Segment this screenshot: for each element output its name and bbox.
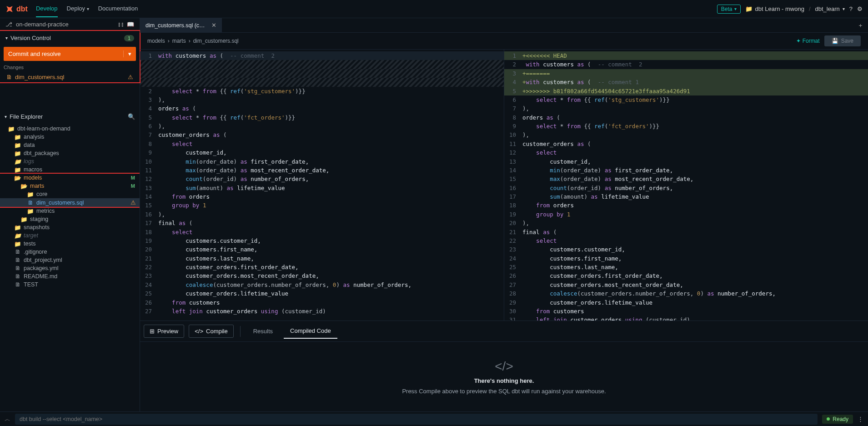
commit-and-resolve-button[interactable]: Commit and resolve ▾ bbox=[4, 47, 136, 61]
search-icon[interactable]: 🔍 bbox=[128, 113, 135, 120]
nav-deploy[interactable]: Deploy ▾ bbox=[67, 0, 89, 17]
empty-subtitle: Press Compile above to preview the SQL d… bbox=[402, 388, 606, 395]
folder-open-icon: 📂 bbox=[21, 183, 27, 189]
changes-label: Changes bbox=[0, 63, 140, 72]
file-readme-md[interactable]: 🗎README.md bbox=[0, 272, 140, 281]
crumb-models[interactable]: models bbox=[147, 38, 165, 44]
status-modified: M bbox=[131, 175, 135, 180]
folder-marts[interactable]: 📂martsM bbox=[0, 182, 140, 190]
beta-badge[interactable]: Beta▾ bbox=[717, 5, 741, 14]
tab-label: dim_customers.sql (confli... bbox=[146, 22, 208, 29]
chevron-down-icon: ▾ bbox=[5, 35, 8, 40]
new-tab-button[interactable]: ＋ bbox=[853, 18, 868, 32]
folder-root[interactable]: 📁dbt-learn-on-demand bbox=[0, 125, 140, 133]
chevron-down-icon: ▾ bbox=[5, 114, 7, 119]
folder-icon: 📁 bbox=[27, 191, 34, 197]
code-pane-left[interactable]: 1with customers as ( -- comment 2 2 sele… bbox=[140, 50, 504, 321]
folder-core[interactable]: 📁core bbox=[0, 190, 140, 198]
folder-icon: 📁 bbox=[15, 150, 21, 156]
tab-compiled-code[interactable]: Compiled Code bbox=[284, 324, 337, 339]
breadcrumb-row: models › marts › dim_customers.sql ✦Form… bbox=[140, 33, 868, 50]
folder-icon: 📁 bbox=[15, 224, 21, 231]
crumb-file[interactable]: dim_customers.sql bbox=[193, 38, 239, 44]
workspace-label[interactable]: 📁 dbt Learn - mwong bbox=[745, 5, 804, 12]
code-icon: </> bbox=[195, 328, 203, 335]
folder-snapshots[interactable]: 📁snapshots bbox=[0, 223, 140, 231]
save-button[interactable]: 💾Save bbox=[824, 35, 861, 46]
file-test[interactable]: 🗎TEST bbox=[0, 281, 140, 289]
results-empty-state: </> There's nothing here. Press Compile … bbox=[140, 342, 868, 411]
changed-file-item[interactable]: 🗎 dim_customers.sql ⚠ bbox=[0, 72, 140, 82]
help-icon[interactable]: ? bbox=[849, 5, 853, 12]
folder-logs[interactable]: 📁logs bbox=[0, 157, 140, 165]
file-gitignore[interactable]: 🗎.gitignore bbox=[0, 248, 140, 256]
nav-documentation[interactable]: Documentation bbox=[98, 0, 138, 17]
folder-dbt-packages[interactable]: 📁dbt_packages bbox=[0, 149, 140, 157]
command-bar: ︿ Ready ⋮ bbox=[0, 411, 868, 426]
sidebar: ⎇ on-demand-practice ⫿⫿ 📖 ▾ Version Cont… bbox=[0, 18, 140, 411]
folder-icon: 📁 bbox=[15, 158, 21, 165]
settings-icon[interactable]: ⚙ bbox=[857, 5, 863, 12]
folder-target[interactable]: 📁target bbox=[0, 231, 140, 240]
folder-models[interactable]: 📂modelsM bbox=[0, 174, 140, 182]
folder-icon: 📁 bbox=[8, 125, 15, 132]
brand-label: dbt bbox=[16, 5, 28, 13]
brand-logo[interactable]: dbt bbox=[5, 5, 28, 13]
folder-icon: 📁 bbox=[15, 241, 21, 247]
folder-analysis[interactable]: 📁analysis bbox=[0, 133, 140, 141]
folder-metrics[interactable]: 📁metrics bbox=[0, 207, 140, 215]
tab-results[interactable]: Results bbox=[247, 324, 279, 338]
project-dropdown[interactable]: dbt_learn▾ bbox=[815, 5, 845, 12]
vc-change-count: 1 bbox=[124, 35, 134, 41]
empty-title: There's nothing here. bbox=[474, 377, 534, 384]
chevron-down-icon[interactable]: ▾ bbox=[123, 50, 131, 57]
folder-tests[interactable]: 📁tests bbox=[0, 240, 140, 248]
chevron-right-icon: › bbox=[189, 38, 191, 44]
folder-open-icon: 📂 bbox=[15, 175, 21, 181]
nav-develop[interactable]: Develop bbox=[36, 0, 58, 17]
version-control-header[interactable]: ▾ Version Control 1 bbox=[0, 31, 140, 45]
file-explorer-header[interactable]: ▾ File Explorer 🔍 bbox=[0, 110, 140, 124]
book-open-icon[interactable]: 📖 bbox=[127, 21, 134, 28]
breadcrumb-sep: / bbox=[809, 5, 811, 12]
more-icon[interactable]: ⋮ bbox=[858, 416, 863, 422]
warning-icon: ⚠ bbox=[130, 199, 136, 206]
dbt-logo-icon bbox=[5, 5, 14, 13]
command-input[interactable] bbox=[15, 414, 818, 425]
branch-name[interactable]: on-demand-practice bbox=[16, 21, 69, 28]
file-icon: 🗎 bbox=[15, 257, 21, 263]
chevron-down-icon: ▾ bbox=[734, 6, 737, 11]
top-nav: dbt Develop Deploy ▾ Documentation Beta▾… bbox=[0, 0, 868, 18]
file-dim-customers[interactable]: 🗎dim_customers.sql⚠ bbox=[0, 198, 140, 207]
nav-links: Develop Deploy ▾ Documentation bbox=[36, 0, 138, 17]
editor-tabs: dim_customers.sql (confli... ✕ ＋ bbox=[140, 18, 868, 33]
folder-staging[interactable]: 📁staging bbox=[0, 215, 140, 223]
code-pane-right[interactable]: 1+<<<<<<< HEAD2 with customers as ( -- c… bbox=[504, 50, 868, 321]
compile-button[interactable]: </>Compile bbox=[189, 325, 233, 338]
tab-dim-customers[interactable]: dim_customers.sql (confli... ✕ bbox=[140, 18, 222, 32]
folder-icon: 📁 bbox=[15, 166, 21, 173]
folder-data[interactable]: 📁data bbox=[0, 141, 140, 149]
file-packages-yml[interactable]: 🗎packages.yml bbox=[0, 264, 140, 272]
format-button[interactable]: ✦Format bbox=[796, 38, 820, 44]
branch-bar: ⎇ on-demand-practice ⫿⫿ 📖 bbox=[0, 18, 140, 31]
chevron-up-icon[interactable]: ︿ bbox=[5, 415, 10, 423]
file-dbt-project-yml[interactable]: 🗎dbt_project.yml bbox=[0, 256, 140, 264]
divider bbox=[240, 326, 241, 337]
folder-icon: 📁 bbox=[15, 232, 21, 239]
preview-button[interactable]: ⊞Preview bbox=[144, 325, 184, 338]
close-icon[interactable]: ✕ bbox=[211, 22, 216, 29]
breadcrumb: models › marts › dim_customers.sql bbox=[147, 38, 239, 44]
folder-icon: 📁 bbox=[15, 134, 21, 140]
results-panel: ⊞Preview </>Compile Results Compiled Cod… bbox=[140, 321, 868, 411]
book-icon[interactable]: ⫿⫿ bbox=[118, 21, 124, 28]
chevron-right-icon: › bbox=[168, 38, 170, 44]
chevron-down-icon: ▾ bbox=[87, 6, 89, 11]
file-tree: 📁dbt-learn-on-demand 📁analysis 📁data 📁db… bbox=[0, 124, 140, 290]
folder-macros[interactable]: 📁macros bbox=[0, 165, 140, 174]
editor-area: dim_customers.sql (confli... ✕ ＋ models … bbox=[140, 18, 868, 411]
file-icon: 🗎 bbox=[6, 74, 12, 80]
crumb-marts[interactable]: marts bbox=[172, 38, 186, 44]
code-icon: </> bbox=[495, 359, 513, 374]
git-branch-icon: ⎇ bbox=[5, 21, 12, 28]
